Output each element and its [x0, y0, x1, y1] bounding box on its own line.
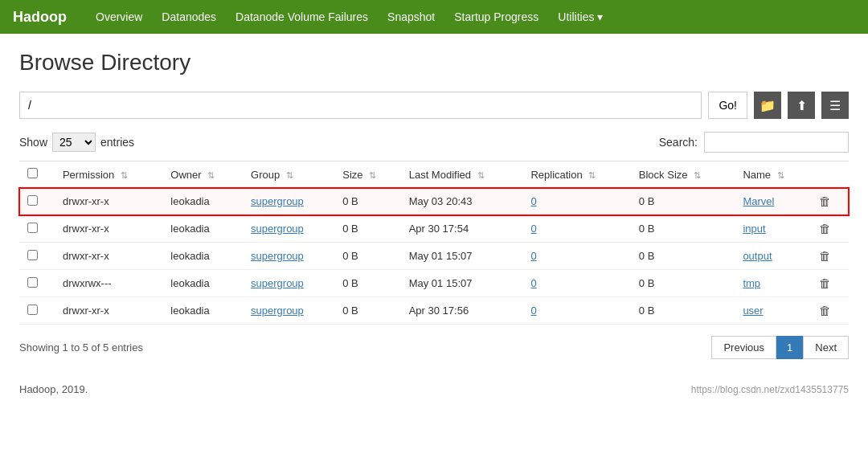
sort-icon-permission: ⇅ [121, 170, 128, 181]
group-link[interactable]: supergroup [251, 195, 304, 207]
path-input[interactable] [19, 92, 702, 119]
replication-link[interactable]: 0 [530, 250, 536, 262]
replication-link[interactable]: 0 [530, 195, 536, 207]
table-wrapper: Permission ⇅ Owner ⇅ Group ⇅ Size ⇅ Last… [19, 161, 849, 325]
row-last-modified: Apr 30 17:56 [401, 297, 523, 325]
sort-icon-last-modified: ⇅ [477, 170, 485, 181]
replication-link[interactable]: 0 [530, 223, 536, 235]
table-row: drwxrwx--- leokadia supergroup 0 B May 0… [19, 270, 849, 297]
row-size: 0 B [334, 270, 400, 297]
row-name: tmp [735, 270, 811, 297]
row-delete: 🗑 [811, 297, 849, 325]
name-link[interactable]: tmp [743, 277, 760, 289]
delete-icon[interactable]: 🗑 [819, 194, 831, 208]
row-select-checkbox[interactable] [27, 250, 38, 260]
footer-link[interactable]: https://blog.csdn.net/zxd1435513775 [691, 384, 849, 395]
row-delete: 🗑 [811, 243, 849, 270]
select-all-checkbox[interactable] [27, 168, 38, 178]
row-group: supergroup [243, 215, 334, 243]
path-bar: Go! 📁 ⬆ ☰ [19, 92, 849, 119]
row-block-size: 0 B [631, 270, 735, 297]
row-permission: drwxr-xr-x [55, 215, 162, 243]
previous-button[interactable]: Previous [711, 336, 776, 359]
row-block-size: 0 B [631, 188, 735, 215]
showing-text: Showing 1 to 5 of 5 entries [19, 341, 143, 354]
row-checkbox [19, 188, 55, 215]
next-button[interactable]: Next [803, 336, 849, 359]
nav-item-overview[interactable]: Overview [86, 0, 152, 34]
row-block-size: 0 B [631, 297, 735, 325]
nav-item-startup-progress[interactable]: Startup Progress [444, 0, 548, 34]
row-last-modified: May 03 20:43 [401, 188, 523, 215]
entries-label: entries [100, 136, 134, 149]
sort-icon-owner: ⇅ [207, 170, 215, 181]
row-block-size: 0 B [631, 243, 735, 270]
delete-icon[interactable]: 🗑 [819, 304, 831, 317]
sort-icon-block-size: ⇅ [694, 170, 701, 181]
row-name: input [735, 215, 811, 243]
col-size[interactable]: Size ⇅ [334, 161, 400, 188]
col-name[interactable]: Name ⇅ [735, 161, 811, 188]
folder-icon-btn[interactable]: 📁 [754, 92, 781, 119]
col-replication[interactable]: Replication ⇅ [522, 161, 630, 188]
row-last-modified: May 01 15:07 [401, 243, 523, 270]
entries-select[interactable]: 10 25 50 100 [52, 133, 96, 152]
row-permission: drwxrwx--- [55, 270, 162, 297]
delete-icon[interactable]: 🗑 [819, 249, 831, 263]
upload-icon-btn[interactable]: ⬆ [788, 92, 815, 119]
search-input[interactable] [704, 132, 849, 153]
sort-icon-name: ⇅ [777, 170, 784, 181]
row-select-checkbox[interactable] [27, 195, 38, 206]
replication-link[interactable]: 0 [530, 305, 536, 317]
col-block-size[interactable]: Block Size ⇅ [631, 161, 735, 188]
group-link[interactable]: supergroup [251, 223, 304, 235]
row-checkbox [19, 297, 55, 325]
row-size: 0 B [334, 243, 400, 270]
replication-link[interactable]: 0 [530, 277, 536, 289]
name-link[interactable]: user [743, 305, 763, 317]
go-button[interactable]: Go! [708, 92, 747, 119]
row-last-modified: May 01 15:07 [401, 270, 523, 297]
page-title: Browse Directory [19, 50, 849, 76]
col-permission[interactable]: Permission ⇅ [55, 161, 162, 188]
main-content: Browse Directory Go! 📁 ⬆ ☰ Show 10 25 50… [0, 34, 868, 411]
row-delete: 🗑 [811, 188, 849, 215]
copyright-text: Hadoop, 2019. [19, 383, 88, 395]
name-link[interactable]: Marvel [743, 195, 774, 207]
nav-item-utilities[interactable]: Utilities [548, 0, 612, 34]
delete-icon[interactable]: 🗑 [819, 222, 831, 235]
nav-item-snapshot[interactable]: Snapshot [378, 0, 444, 34]
row-size: 0 B [334, 188, 400, 215]
row-size: 0 B [334, 297, 400, 325]
table-row: drwxr-xr-x leokadia supergroup 0 B Apr 3… [19, 215, 849, 243]
col-last-modified[interactable]: Last Modified ⇅ [401, 161, 523, 188]
nav-item-datanode-volume-failures[interactable]: Datanode Volume Failures [226, 0, 378, 34]
row-group: supergroup [243, 297, 334, 325]
col-owner[interactable]: Owner ⇅ [162, 161, 243, 188]
group-link[interactable]: supergroup [251, 250, 304, 262]
col-actions [811, 161, 849, 188]
row-select-checkbox[interactable] [27, 305, 38, 315]
navbar: Hadoop Overview Datanodes Datanode Volum… [0, 0, 868, 34]
sort-icon-replication: ⇅ [588, 170, 596, 181]
list-icon-btn[interactable]: ☰ [821, 92, 849, 119]
show-entries: Show 10 25 50 100 entries [19, 133, 134, 152]
row-permission: drwxr-xr-x [55, 297, 162, 325]
name-link[interactable]: output [743, 250, 772, 262]
col-group[interactable]: Group ⇅ [243, 161, 334, 188]
row-checkbox [19, 243, 55, 270]
group-link[interactable]: supergroup [251, 305, 304, 317]
current-page[interactable]: 1 [776, 336, 803, 359]
row-select-checkbox[interactable] [27, 277, 38, 288]
group-link[interactable]: supergroup [251, 277, 304, 289]
table-header-row: Permission ⇅ Owner ⇅ Group ⇅ Size ⇅ Last… [19, 161, 849, 188]
delete-icon[interactable]: 🗑 [819, 276, 831, 290]
nav-item-datanodes[interactable]: Datanodes [152, 0, 226, 34]
navbar-brand[interactable]: Hadoop [13, 9, 67, 26]
row-last-modified: Apr 30 17:54 [401, 215, 523, 243]
sort-icon-group: ⇅ [286, 170, 293, 181]
row-group: supergroup [243, 243, 334, 270]
row-select-checkbox[interactable] [27, 223, 38, 233]
name-link[interactable]: input [743, 223, 765, 235]
row-owner: leokadia [162, 297, 243, 325]
